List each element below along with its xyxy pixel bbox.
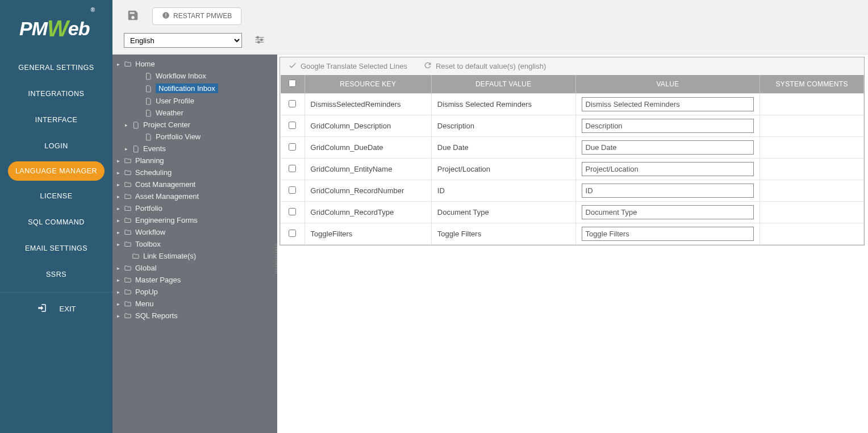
row-checkbox[interactable] xyxy=(289,100,296,107)
header-value[interactable]: VALUE xyxy=(575,75,760,94)
logo-part1: PM xyxy=(19,18,47,39)
nav-item-license[interactable]: LICENSE xyxy=(0,183,112,209)
nav-item-email-settings[interactable]: EMAIL SETTINGS xyxy=(0,235,112,261)
tree-node-portfolio-view[interactable]: Portfolio View xyxy=(112,131,277,143)
select-all-checkbox[interactable] xyxy=(289,80,296,87)
cell-default-value: Due Date xyxy=(431,137,575,159)
cell-system-comments xyxy=(760,94,864,115)
caret-icon: ▸ xyxy=(117,182,123,188)
tree-node-project-center[interactable]: ▸Project Center xyxy=(112,119,277,131)
check-icon xyxy=(288,61,297,72)
tree-node-asset-management[interactable]: ▸Asset Management xyxy=(112,190,277,202)
value-input[interactable] xyxy=(582,162,754,176)
caret-icon: ▸ xyxy=(117,170,123,176)
caret-icon: ▸ xyxy=(117,194,123,199)
tree-node-notification-inbox[interactable]: Notification Inbox xyxy=(112,82,277,95)
row-checkbox[interactable] xyxy=(289,208,296,215)
alert-icon xyxy=(162,11,170,21)
restart-pmweb-button[interactable]: RESTART PMWEB xyxy=(152,7,241,25)
tree-panel: ▸HomeWorkflow InboxNotification InboxUse… xyxy=(112,55,277,433)
nav-item-interface[interactable]: INTERFACE xyxy=(0,107,112,133)
tree-label: Planning xyxy=(135,156,164,165)
grid-wrap: Google Translate Selected Lines Reset to… xyxy=(279,57,865,245)
settings-sliders-button[interactable] xyxy=(252,33,267,48)
tree-label: SQL Reports xyxy=(135,311,178,320)
cell-system-comments xyxy=(760,137,864,159)
cell-resource-key: GridColumn_Description xyxy=(304,115,431,137)
value-input[interactable] xyxy=(582,205,754,219)
svg-rect-2 xyxy=(165,16,166,17)
header-checkbox-col xyxy=(281,75,305,94)
svg-point-6 xyxy=(257,36,258,38)
tree-node-sql-reports[interactable]: ▸SQL Reports xyxy=(112,310,277,322)
tree-node-home[interactable]: ▸Home xyxy=(112,58,277,70)
header-system-comments[interactable]: SYSTEM COMMENTS xyxy=(760,75,864,94)
nav-item-ssrs[interactable]: SSRS xyxy=(0,261,112,288)
folder-icon xyxy=(124,157,132,165)
file-icon xyxy=(144,85,152,93)
nav-item-login[interactable]: LOGIN xyxy=(0,133,112,159)
tree-label: Link Estimate(s) xyxy=(143,252,196,260)
save-button[interactable] xyxy=(124,7,142,25)
google-translate-button[interactable]: Google Translate Selected Lines xyxy=(288,61,407,72)
cell-value xyxy=(575,137,760,159)
caret-icon: ▸ xyxy=(117,265,123,271)
tree-node-link-estimate-s-[interactable]: Link Estimate(s) xyxy=(112,250,277,262)
cell-resource-key: DismissSelectedReminders xyxy=(304,94,431,115)
tree-node-engineering-forms[interactable]: ▸Engineering Forms xyxy=(112,214,277,226)
cell-default-value: Description xyxy=(431,115,575,137)
tree-node-user-profile[interactable]: User Profile xyxy=(112,95,277,107)
tree-label: Asset Management xyxy=(135,192,199,201)
exit-button[interactable]: EXIT xyxy=(0,292,112,325)
nav-item-integrations[interactable]: INTEGRATIONS xyxy=(0,81,112,107)
tree-label: Toolbox xyxy=(135,240,161,248)
tree-node-toolbox[interactable]: ▸Toolbox xyxy=(112,238,277,250)
tree-node-portfolio[interactable]: ▸Portfolio xyxy=(112,202,277,214)
header-resource-key[interactable]: RESOURCE KEY xyxy=(304,75,431,94)
tree-node-master-pages[interactable]: ▸Master Pages xyxy=(112,274,277,286)
cell-default-value: Dismiss Selected Reminders xyxy=(431,94,575,115)
tree-label: Menu xyxy=(135,299,154,308)
tree-node-events[interactable]: ▸Events xyxy=(112,143,277,155)
header-default-value[interactable]: DEFAULT VALUE xyxy=(431,75,575,94)
tree-node-weather[interactable]: Weather xyxy=(112,107,277,119)
language-select[interactable]: English xyxy=(124,33,242,48)
resizer-handle[interactable] xyxy=(276,244,277,274)
body-split: ▸HomeWorkflow InboxNotification InboxUse… xyxy=(112,55,868,433)
nav-item-general-settings[interactable]: GENERAL SETTINGS xyxy=(0,55,112,81)
tree-label: Weather xyxy=(156,109,183,117)
tree-node-scheduling[interactable]: ▸Scheduling xyxy=(112,166,277,178)
tree-node-workflow[interactable]: ▸Workflow xyxy=(112,226,277,238)
tree-node-cost-management[interactable]: ▸Cost Management xyxy=(112,178,277,190)
cell-resource-key: GridColumn_DueDate xyxy=(304,137,431,159)
caret-icon: ▸ xyxy=(117,61,123,67)
row-checkbox[interactable] xyxy=(289,143,296,151)
folder-icon xyxy=(124,276,132,284)
tree-node-popup[interactable]: ▸PopUp xyxy=(112,286,277,298)
logo-w: W xyxy=(47,16,68,41)
value-input[interactable] xyxy=(582,140,754,155)
save-icon xyxy=(127,9,139,23)
row-checkbox[interactable] xyxy=(289,186,296,194)
row-checkbox[interactable] xyxy=(289,230,296,237)
row-checkbox[interactable] xyxy=(289,122,296,129)
folder-icon xyxy=(124,193,132,201)
sliders-icon xyxy=(254,34,265,47)
logo: PMWeb® xyxy=(19,15,93,40)
nav-item-language-manager[interactable]: LANGUAGE MANAGER xyxy=(8,161,105,181)
tree-label: Master Pages xyxy=(135,276,181,284)
tree-node-menu[interactable]: ▸Menu xyxy=(112,298,277,310)
tree-label: Notification Inbox xyxy=(156,84,218,93)
value-input[interactable] xyxy=(582,119,754,133)
nav-item-sql-command[interactable]: SQL COMMAND xyxy=(0,209,112,235)
row-checkbox[interactable] xyxy=(289,165,296,172)
tree-node-workflow-inbox[interactable]: Workflow Inbox xyxy=(112,70,277,82)
value-input[interactable] xyxy=(582,227,754,241)
reset-defaults-button[interactable]: Reset to default value(s) (english) xyxy=(423,61,546,72)
tree-node-planning[interactable]: ▸Planning xyxy=(112,155,277,166)
cell-system-comments xyxy=(760,115,864,137)
tree-node-global[interactable]: ▸Global xyxy=(112,262,277,274)
value-input[interactable] xyxy=(582,184,754,198)
value-input[interactable] xyxy=(582,97,754,111)
cell-resource-key: GridColumn_EntityName xyxy=(304,159,431,180)
